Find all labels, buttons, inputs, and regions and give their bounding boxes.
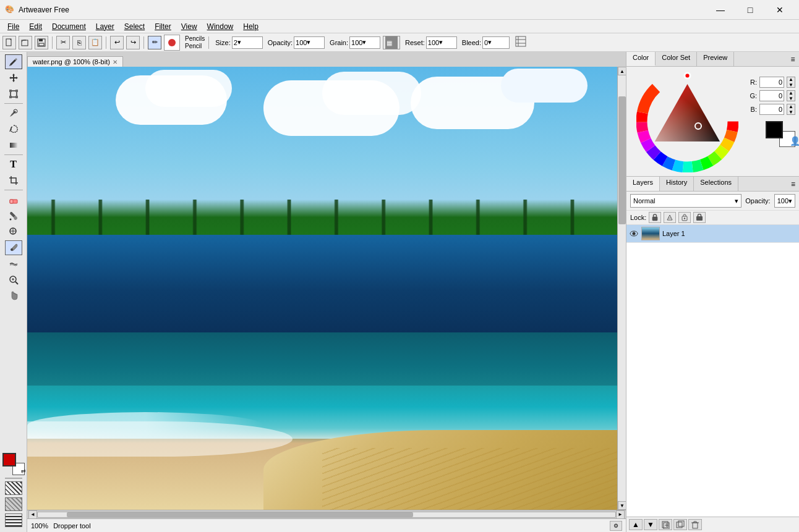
zoom-tool-btn[interactable]: [5, 272, 22, 287]
layer-visibility-toggle[interactable]: [629, 229, 639, 239]
menu-edit[interactable]: Edit: [24, 21, 47, 32]
scrollbar-h-track: [37, 512, 616, 518]
paste-button[interactable]: 📋: [88, 36, 102, 49]
brush-preview[interactable]: [164, 35, 180, 51]
delete-layer-button[interactable]: [688, 519, 702, 530]
save-button[interactable]: [35, 36, 48, 49]
lock-controls-row: Lock:: [626, 211, 799, 225]
foreground-color-box: [2, 453, 16, 467]
color-reset-icon[interactable]: 👤: [790, 136, 799, 146]
layers-panel-tabs: Layers History Selections ≡: [626, 177, 799, 192]
scroll-down-button[interactable]: ▼: [618, 501, 626, 510]
lock-position-button[interactable]: [678, 212, 691, 223]
grain-dropdown[interactable]: 100 ▾: [349, 36, 380, 49]
toolbar-sep-3: [143, 36, 144, 49]
gradient-tool-btn[interactable]: [5, 138, 22, 153]
status-settings-button[interactable]: ⚙: [610, 521, 622, 531]
tab-color-set[interactable]: Color Set: [656, 52, 697, 66]
scroll-right-button[interactable]: ►: [616, 510, 625, 519]
duplicate-layer-button[interactable]: [673, 519, 687, 530]
fg-bg-color-selector[interactable]: ⇄: [2, 453, 25, 475]
copy-button[interactable]: ⎘: [72, 36, 86, 49]
opacity-dropdown-layers[interactable]: 100 ▾: [774, 194, 795, 208]
tab-history[interactable]: History: [660, 177, 694, 191]
r-input[interactable]: [759, 77, 784, 88]
canvas-drawing-surface[interactable]: [27, 67, 617, 510]
move-layer-up-button[interactable]: ▲: [629, 519, 643, 530]
new-button[interactable]: [2, 36, 16, 49]
bleed-dropdown[interactable]: 0 ▾: [482, 36, 510, 49]
eraser-tool-btn[interactable]: [5, 192, 22, 207]
tab-color[interactable]: Color: [626, 52, 656, 66]
menu-select[interactable]: Select: [119, 21, 150, 32]
canvas-scroll-wrapper: ▲ ▼: [27, 67, 626, 510]
move-tool-btn[interactable]: [5, 70, 22, 85]
menu-layer[interactable]: Layer: [91, 21, 119, 32]
swap-colors-icon[interactable]: ⇄: [21, 468, 26, 474]
b-label: B:: [750, 106, 757, 113]
canvas-image-area[interactable]: [27, 67, 617, 510]
layer-item[interactable]: Layer 1: [626, 225, 799, 243]
transform-tool-btn[interactable]: [5, 87, 22, 101]
gradient-swatch[interactable]: [5, 513, 22, 527]
menu-file[interactable]: File: [2, 21, 24, 32]
brush-tool-btn[interactable]: [5, 106, 22, 120]
hand-tool-btn[interactable]: [5, 289, 22, 303]
r-spinner[interactable]: ▲▼: [787, 77, 795, 88]
text-tool-btn[interactable]: T: [5, 157, 22, 172]
tab-preview[interactable]: Preview: [697, 52, 734, 66]
open-button[interactable]: [19, 36, 32, 49]
menu-view[interactable]: View: [176, 21, 202, 32]
color-panel-settings[interactable]: ≡: [787, 52, 799, 66]
lasso-tool-btn[interactable]: [5, 122, 22, 137]
scroll-up-button[interactable]: ▲: [618, 67, 626, 75]
close-button[interactable]: ✕: [766, 0, 794, 20]
blend-mode-dropdown[interactable]: Normal ▾: [630, 194, 741, 208]
opacity-group: Opacity: 100 ▾: [265, 36, 325, 49]
menu-window[interactable]: Window: [202, 21, 239, 32]
canvas-tab-close[interactable]: ✕: [113, 59, 118, 65]
lock-alpha-button[interactable]: [664, 212, 676, 223]
pencil-tool-btn[interactable]: [5, 54, 22, 69]
color-fg-swatch[interactable]: [766, 121, 783, 138]
cut-button[interactable]: ✂: [56, 36, 70, 49]
eyedropper-tool-btn[interactable]: [5, 240, 22, 255]
size-dropdown[interactable]: 2 ▾: [232, 36, 263, 49]
lock-pixels-button[interactable]: [649, 212, 661, 223]
smudge-tool-btn[interactable]: [5, 256, 22, 271]
svg-point-51: [686, 74, 690, 78]
scroll-left-button[interactable]: ◄: [28, 510, 37, 519]
fill-tool-btn[interactable]: [5, 208, 22, 223]
opacity-dropdown[interactable]: 100 ▾: [294, 36, 325, 49]
tab-layers[interactable]: Layers: [626, 177, 660, 191]
grain-picker-button[interactable]: ▦: [383, 36, 400, 49]
paper-texture-swatch[interactable]: [5, 497, 22, 511]
scroll-thumb[interactable]: [618, 96, 626, 224]
b-spinner[interactable]: ▲▼: [787, 104, 795, 115]
minimize-button[interactable]: —: [706, 0, 735, 20]
move-layer-down-button[interactable]: ▼: [644, 519, 657, 530]
menu-filter[interactable]: Filter: [150, 21, 176, 32]
svg-rect-20: [10, 200, 13, 203]
undo-button[interactable]: ↩: [110, 36, 124, 49]
b-input[interactable]: [759, 104, 784, 115]
pencil-tool-button[interactable]: ✏: [148, 36, 161, 49]
main-toolbar: ✂ ⎘ 📋 ↩ ↪ ✏ Pencils Pencil Size: 2 ▾ Opa…: [0, 33, 799, 52]
g-input[interactable]: [759, 90, 784, 101]
canvas-tab-water[interactable]: water.png @ 100% (8-bit) ✕: [27, 56, 123, 67]
redo-button[interactable]: ↪: [126, 36, 140, 49]
maximize-button[interactable]: □: [736, 0, 764, 20]
menu-help[interactable]: Help: [238, 21, 263, 32]
lock-all-button[interactable]: [693, 212, 706, 223]
clone-tool-btn[interactable]: [5, 224, 22, 239]
reset-dropdown[interactable]: 100 ▾: [426, 36, 457, 49]
tab-selections[interactable]: Selections: [694, 177, 738, 191]
crop-tool-btn[interactable]: [5, 173, 22, 188]
brush-pattern-swatch[interactable]: [5, 481, 22, 495]
scrollbar-h-thumb[interactable]: [67, 512, 413, 517]
new-layer-button[interactable]: [659, 519, 672, 530]
color-wheel-container[interactable]: [636, 70, 738, 172]
g-spinner[interactable]: ▲▼: [787, 90, 795, 101]
layers-panel-settings[interactable]: ≡: [787, 177, 799, 191]
menu-document[interactable]: Document: [47, 21, 91, 32]
